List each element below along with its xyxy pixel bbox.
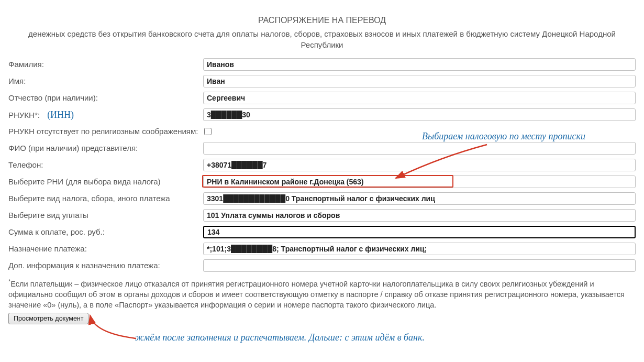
payment-select[interactable] bbox=[203, 209, 636, 222]
label-lastname: Фамилия: bbox=[8, 60, 203, 69]
purpose-input[interactable] bbox=[203, 243, 636, 255]
footnote-text: Если плательщик – физическое лицо отказа… bbox=[8, 280, 625, 310]
footnote: *Если плательщик – физическое лицо отказ… bbox=[8, 278, 636, 311]
rni-select[interactable] bbox=[203, 175, 636, 188]
annotation-bottom: жмём после заполнения и распечатываем. Д… bbox=[135, 332, 425, 343]
label-select-payment: Выберите вид уплаты bbox=[8, 211, 203, 220]
label-rnukn: РНУКН*: (ИНН) bbox=[8, 109, 203, 120]
label-rep-fio: ФИО (при наличии) представителя: bbox=[8, 144, 203, 152]
tax-select[interactable] bbox=[203, 192, 636, 205]
lastname-input[interactable] bbox=[203, 58, 636, 71]
extra-purpose-input[interactable] bbox=[203, 259, 636, 272]
label-rnukn-absent: РНУКН отсутствует по религиозным соображ… bbox=[8, 127, 203, 136]
rep-fio-input[interactable] bbox=[203, 142, 636, 155]
view-document-button[interactable]: Просмотреть документ bbox=[8, 313, 88, 324]
page-title: РАСПОРЯЖЕНИЕ НА ПЕРЕВОД bbox=[8, 16, 636, 25]
label-firstname: Имя: bbox=[8, 76, 203, 85]
label-phone: Телефон: bbox=[8, 160, 203, 169]
inn-hint: (ИНН) bbox=[47, 109, 74, 120]
page-subtitle: денежных средств без открытия банковског… bbox=[8, 28, 636, 50]
label-select-rni: Выберите РНИ (для выбора вида налога) bbox=[8, 177, 203, 186]
annotation-top: Выбираем налоговую по месту прописки bbox=[422, 131, 585, 142]
label-patronymic: Отчество (при наличии): bbox=[8, 93, 203, 102]
rnukn-absent-checkbox[interactable] bbox=[204, 128, 212, 135]
amount-input[interactable] bbox=[203, 226, 636, 238]
firstname-input[interactable] bbox=[203, 75, 636, 87]
rnukn-input[interactable] bbox=[203, 108, 636, 121]
rnukn-label-text: РНУКН*: bbox=[8, 111, 40, 119]
phone-input[interactable] bbox=[203, 159, 636, 171]
label-purpose: Назначение платежа: bbox=[8, 244, 203, 253]
label-extra-purpose: Доп. информация к назначению платежа: bbox=[8, 261, 203, 270]
label-amount: Сумма к оплате, рос. руб.: bbox=[8, 227, 203, 236]
label-select-tax: Выберите вид налога, сбора, иного платеж… bbox=[8, 194, 203, 203]
patronymic-input[interactable] bbox=[203, 92, 636, 104]
